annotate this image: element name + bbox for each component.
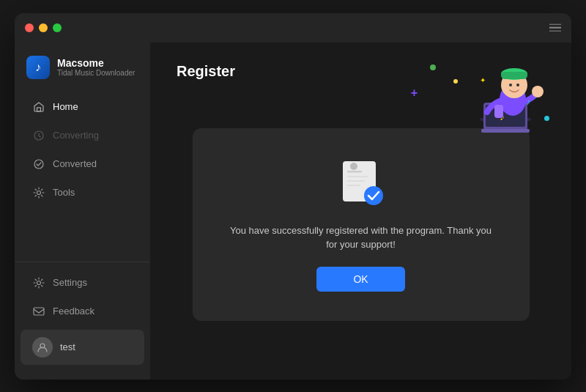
settings-icon (32, 276, 45, 289)
dialog-message: You have successfully registered with th… (229, 223, 493, 252)
converted-icon (32, 158, 45, 171)
sidebar: ♪ Macsome Tidal Music Downloader H (15, 42, 150, 380)
title-bar (15, 13, 571, 42)
svg-rect-24 (347, 176, 368, 177)
user-avatar (32, 337, 53, 358)
sidebar-item-label-converting: Converting (53, 130, 99, 141)
svg-rect-11 (481, 129, 530, 133)
sidebar-item-tools[interactable]: Tools (21, 179, 144, 207)
converting-icon (32, 129, 45, 142)
close-button[interactable] (25, 23, 34, 32)
svg-point-2 (34, 160, 43, 169)
brand-text: Macsome Tidal Music Downloader (57, 57, 135, 77)
sidebar-item-label-tools: Tools (53, 187, 75, 198)
success-icon (335, 158, 387, 209)
svg-rect-16 (501, 72, 527, 79)
svg-point-13 (532, 86, 544, 97)
svg-point-17 (509, 84, 512, 86)
tools-icon (32, 186, 45, 199)
svg-point-3 (37, 191, 41, 194)
minimize-button[interactable] (39, 23, 48, 32)
svg-point-28 (364, 186, 383, 205)
user-name: test (60, 341, 75, 352)
svg-rect-25 (347, 180, 365, 182)
traffic-lights (25, 23, 62, 32)
sidebar-item-home[interactable]: Home (21, 93, 144, 121)
svg-point-27 (350, 163, 357, 170)
brand-icon: ♪ (26, 56, 50, 79)
svg-text:✦: ✦ (480, 76, 486, 84)
brand-subtitle: Tidal Music Downloader (57, 69, 135, 77)
home-icon (32, 100, 45, 114)
sidebar-item-converted[interactable]: Converted (21, 150, 144, 178)
svg-point-18 (516, 84, 519, 86)
main-content: + ♪ (150, 42, 571, 380)
menu-icon[interactable] (549, 23, 561, 32)
svg-rect-0 (37, 108, 41, 111)
sidebar-item-label-converted: Converted (53, 158, 97, 169)
nav-items: Home Converting (15, 92, 150, 262)
app-body: ♪ Macsome Tidal Music Downloader H (15, 42, 571, 380)
brand-name: Macsome (57, 57, 135, 69)
sidebar-item-label-feedback: Feedback (53, 306, 94, 317)
maximize-button[interactable] (53, 23, 62, 32)
decoration-plus: + (411, 86, 418, 100)
sidebar-item-label-home: Home (53, 101, 78, 112)
sidebar-bottom: Settings Feedback (15, 262, 150, 372)
illustration: ♪ (440, 50, 557, 138)
ok-button[interactable]: OK (316, 267, 404, 292)
svg-rect-26 (347, 185, 360, 186)
svg-point-4 (37, 281, 41, 284)
svg-text:♪: ♪ (526, 97, 530, 107)
svg-rect-23 (347, 171, 362, 173)
sidebar-item-converting: Converting (21, 122, 144, 149)
dialog-box: You have successfully registered with th… (193, 128, 530, 321)
decoration-dot-green (430, 64, 436, 70)
feedback-icon (32, 305, 45, 318)
sidebar-item-settings[interactable]: Settings (21, 269, 144, 297)
app-window: ♪ Macsome Tidal Music Downloader H (15, 13, 571, 380)
sidebar-brand: ♪ Macsome Tidal Music Downloader (15, 50, 150, 92)
svg-rect-19 (494, 105, 503, 118)
svg-rect-5 (34, 308, 44, 315)
sidebar-item-feedback[interactable]: Feedback (21, 297, 144, 325)
user-item[interactable]: test (21, 330, 144, 365)
sidebar-item-label-settings: Settings (53, 277, 87, 288)
